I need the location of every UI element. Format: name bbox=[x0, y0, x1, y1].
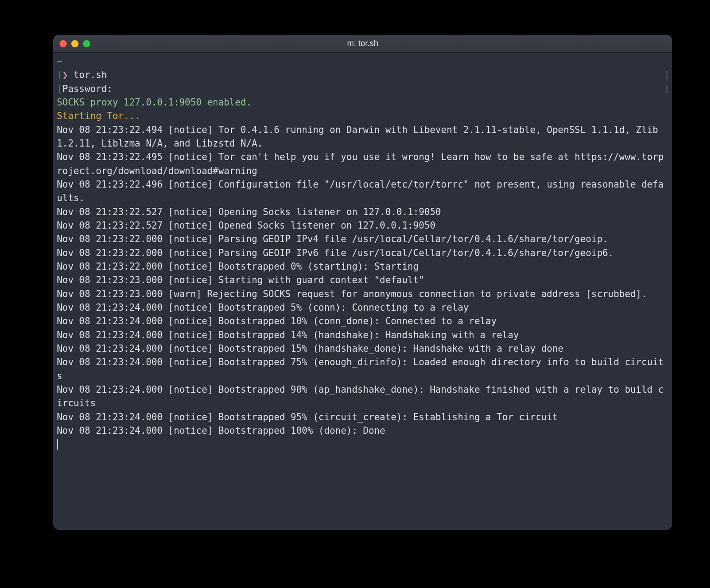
minimize-icon[interactable] bbox=[71, 40, 78, 47]
traffic-lights bbox=[60, 40, 90, 47]
close-icon[interactable] bbox=[60, 40, 67, 47]
log-line: Nov 08 21:23:24.000 [notice] Bootstrappe… bbox=[57, 342, 669, 355]
cwd-path: ~ bbox=[57, 55, 669, 68]
log-line: Nov 08 21:23:24.000 [notice] Bootstrappe… bbox=[57, 328, 669, 342]
password-close-bracket: ] bbox=[664, 82, 669, 96]
zoom-icon[interactable] bbox=[83, 40, 90, 47]
password-open-bracket: [ bbox=[57, 83, 62, 94]
log-line: Nov 08 21:23:24.000 [notice] Bootstrappe… bbox=[57, 424, 669, 437]
log-line: Nov 08 21:23:24.000 [notice] Bootstrappe… bbox=[57, 301, 669, 314]
prompt-open-bracket: ( bbox=[57, 69, 62, 80]
typed-command: tor.sh bbox=[74, 69, 107, 80]
log-line: Nov 08 21:23:23.000 [notice] Starting wi… bbox=[57, 273, 669, 287]
log-line: Nov 08 21:23:22.496 [notice] Configurati… bbox=[57, 178, 669, 205]
terminal-body[interactable]: ~(❯ tor.sh][Password:]SOCKS proxy 127.0.… bbox=[53, 53, 672, 530]
window-title: m: tor.sh bbox=[53, 39, 672, 48]
titlebar[interactable]: m: tor.sh bbox=[53, 35, 672, 53]
prompt-arrow-icon: ❯ bbox=[62, 69, 68, 80]
password-label: Password: bbox=[62, 83, 112, 94]
log-line-warn: Nov 08 21:23:23.000 [warn] Rejecting SOC… bbox=[57, 287, 669, 301]
socks-enabled-line: SOCKS proxy 127.0.0.1:9050 enabled. bbox=[57, 96, 669, 109]
log-line: Nov 08 21:23:22.000 [notice] Bootstrappe… bbox=[57, 260, 669, 273]
log-line: Nov 08 21:23:22.000 [notice] Parsing GEO… bbox=[57, 232, 669, 246]
prompt-line-1: (❯ tor.sh] bbox=[57, 68, 669, 82]
log-line: Nov 08 21:23:22.527 [notice] Opened Sock… bbox=[57, 219, 669, 232]
log-line: Nov 08 21:23:22.495 [notice] Tor can't h… bbox=[57, 150, 669, 178]
log-line: Nov 08 21:23:22.000 [notice] Parsing GEO… bbox=[57, 246, 669, 260]
log-line: Nov 08 21:23:22.527 [notice] Opening Soc… bbox=[57, 205, 669, 219]
starting-tor-line: Starting Tor... bbox=[57, 109, 669, 123]
password-prompt-line: [Password:] bbox=[57, 82, 669, 96]
log-line: Nov 08 21:23:24.000 [notice] Bootstrappe… bbox=[57, 355, 669, 383]
log-line: Nov 08 21:23:24.000 [notice] Bootstrappe… bbox=[57, 383, 669, 410]
log-line: Nov 08 21:23:22.494 [notice] Tor 0.4.1.6… bbox=[57, 123, 669, 151]
terminal-window[interactable]: m: tor.sh ~(❯ tor.sh][Password:]SOCKS pr… bbox=[53, 35, 672, 530]
desktop: m: tor.sh ~(❯ tor.sh][Password:]SOCKS pr… bbox=[0, 0, 710, 588]
log-line: Nov 08 21:23:24.000 [notice] Bootstrappe… bbox=[57, 314, 669, 328]
log-line: Nov 08 21:23:24.000 [notice] Bootstrappe… bbox=[57, 410, 669, 424]
cursor-icon bbox=[57, 439, 58, 450]
prompt-close-bracket: ] bbox=[664, 68, 669, 82]
